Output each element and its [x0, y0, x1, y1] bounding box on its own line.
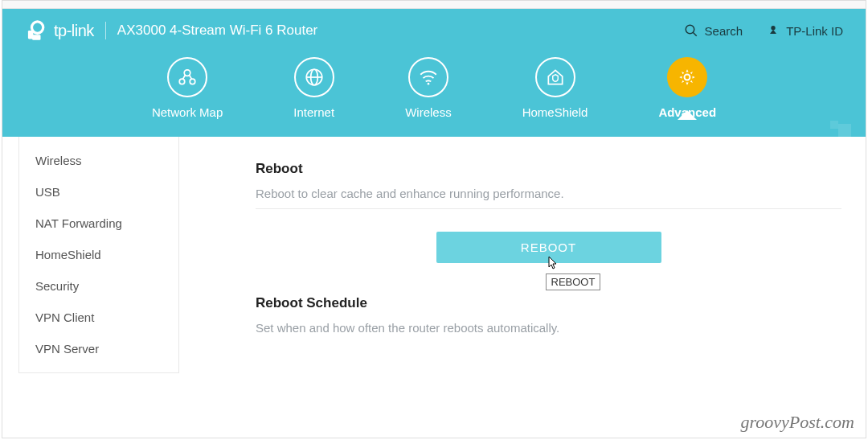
nav-label: Internet [293, 105, 334, 119]
section-desc-schedule: Set when and how often the router reboot… [256, 321, 841, 335]
brand: tp-link [25, 20, 94, 41]
tplink-id-action[interactable]: TP-Link ID [767, 24, 843, 38]
model-name: AX3000 4-Stream Wi-Fi 6 Router [117, 23, 317, 39]
svg-point-14 [428, 83, 430, 85]
sidebar-item-vpn-server[interactable]: VPN Server [19, 333, 178, 364]
top-nav: Network Map Internet Wireless HomeShield [2, 49, 866, 137]
tplink-id-label: TP-Link ID [786, 24, 843, 38]
divider [256, 208, 841, 209]
gear-icon [677, 67, 698, 88]
nav-wireless[interactable]: Wireless [405, 57, 452, 119]
svg-point-0 [31, 22, 43, 33]
svg-point-3 [686, 25, 694, 34]
user-icon [767, 24, 780, 37]
active-tab-arrow [678, 110, 697, 120]
svg-line-9 [183, 75, 186, 79]
sidebar-item-vpn-client[interactable]: VPN Client [19, 302, 178, 333]
section-title-schedule: Reboot Schedule [256, 295, 841, 311]
nav-internet[interactable]: Internet [293, 57, 334, 119]
sidebar-item-wireless[interactable]: Wireless [19, 145, 178, 176]
decorative-square [838, 124, 851, 137]
svg-line-10 [189, 75, 191, 79]
sidebar-item-nat-forwarding[interactable]: NAT Forwarding [19, 208, 178, 239]
brand-name: tp-link [54, 22, 94, 40]
svg-point-15 [685, 75, 690, 80]
nav-label: Network Map [152, 105, 223, 119]
decorative-square [830, 121, 838, 129]
watermark: groovyPost.com [740, 412, 854, 433]
sidebar-item-usb[interactable]: USB [19, 176, 178, 208]
section-desc-reboot: Reboot to clear cache and enhance runnin… [256, 187, 841, 200]
divider [105, 22, 106, 39]
reboot-tooltip: REBOOT [546, 273, 601, 290]
globe-icon [304, 67, 325, 88]
main-panel: Reboot Reboot to clear cache and enhance… [179, 137, 866, 373]
sidebar-item-homeshield[interactable]: HomeShield [19, 239, 178, 270]
cursor-icon [546, 256, 559, 272]
nav-homeshield[interactable]: HomeShield [522, 57, 588, 119]
svg-point-7 [179, 79, 185, 84]
network-map-icon [177, 67, 198, 88]
tplink-logo-icon [25, 20, 46, 41]
wifi-icon [418, 67, 439, 88]
sidebar: Wireless USB NAT Forwarding HomeShield S… [18, 137, 179, 373]
search-label: Search [705, 24, 743, 38]
header: tp-link AX3000 4-Stream Wi-Fi 6 Router S… [2, 9, 866, 137]
section-title-reboot: Reboot [256, 161, 841, 177]
nav-network-map[interactable]: Network Map [152, 57, 223, 119]
nav-label: HomeShield [522, 105, 588, 119]
svg-line-4 [693, 32, 697, 36]
homeshield-icon [545, 67, 566, 88]
search-action[interactable]: Search [684, 23, 743, 38]
nav-advanced[interactable]: Advanced [658, 57, 716, 119]
svg-point-5 [771, 26, 775, 30]
nav-label: Wireless [405, 105, 452, 119]
svg-point-8 [190, 79, 195, 84]
search-icon [684, 23, 698, 38]
svg-rect-2 [32, 35, 40, 40]
sidebar-item-security[interactable]: Security [19, 270, 178, 302]
browser-chrome-strip [2, 1, 866, 9]
